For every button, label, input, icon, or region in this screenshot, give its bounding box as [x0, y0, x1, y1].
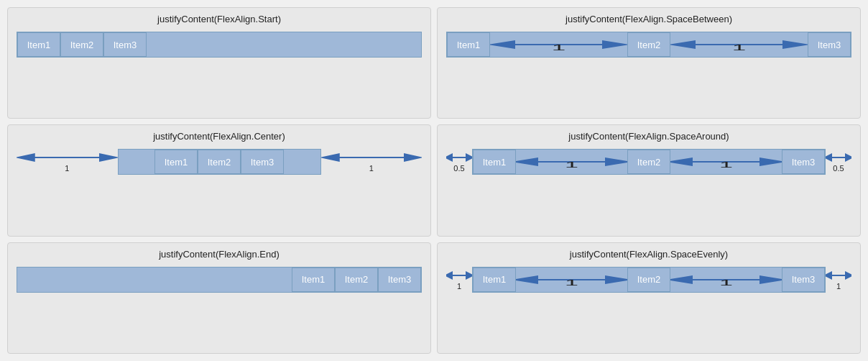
- svg-text:1: 1: [565, 160, 578, 168]
- item-se-2: Item2: [627, 268, 670, 292]
- panel-spaceevenly: justifyContent(FlexAlign.SpaceEvenly) 1 …: [437, 242, 861, 354]
- outer-label-right-se: 1: [836, 282, 841, 291]
- panel-spacebetween: justifyContent(FlexAlign.SpaceBetween) I…: [437, 7, 861, 119]
- item-sa-3: Item3: [782, 150, 825, 174]
- panel-start: justifyContent(FlexAlign.Start) Item1 It…: [7, 7, 431, 119]
- flex-container-spaceevenly: Item1 1 Item2: [472, 267, 826, 293]
- outer-arrow-right-se: 1: [826, 269, 851, 291]
- outer-arrow-right-center: 1: [321, 151, 423, 173]
- svg-text:1: 1: [565, 278, 578, 286]
- item-e-1: Item1: [292, 268, 335, 292]
- panel-center: justifyContent(FlexAlign.Center) 1 Item1…: [7, 124, 431, 236]
- item-sb-1: Item1: [447, 32, 490, 57]
- outer-label-right-sa: 0.5: [833, 164, 844, 173]
- row-2: justifyContent(FlexAlign.Center) 1 Item1…: [7, 124, 861, 236]
- arrow-se-2: 1: [670, 273, 782, 286]
- flex-container-center: Item1 Item2 Item3: [118, 149, 321, 175]
- item-start-3: Item3: [103, 32, 147, 57]
- outer-label-left-sa: 0.5: [453, 164, 464, 173]
- item-se-3: Item3: [782, 268, 825, 292]
- item-sa-1: Item1: [473, 150, 516, 174]
- arrow-sa-1: 1: [516, 155, 627, 168]
- flex-container-spacearound: Item1 1 Item2: [472, 149, 826, 175]
- title-spacearound: justifyContent(FlexAlign.SpaceAround): [446, 131, 851, 142]
- flex-container-start: Item1 Item2 Item3: [17, 32, 422, 58]
- arrow-sa-2: 1: [670, 155, 782, 168]
- item-sb-2: Item2: [627, 32, 670, 57]
- item-c-3: Item3: [241, 150, 284, 174]
- outer-label-left-se: 1: [457, 282, 461, 291]
- title-spaceevenly: justifyContent(FlexAlign.SpaceEvenly): [446, 249, 851, 260]
- item-e-2: Item2: [335, 268, 378, 292]
- item-e-3: Item3: [378, 268, 421, 292]
- title-start: justifyContent(FlexAlign.Start): [17, 14, 422, 24]
- outer-arrow-left-sa: 0.5: [446, 151, 472, 173]
- svg-text:1: 1: [719, 278, 733, 286]
- arrow-se-1: 1: [516, 273, 627, 286]
- flex-container-end: Item1 Item2 Item3: [17, 267, 422, 293]
- outer-arrow-left-center: 1: [17, 151, 118, 173]
- item-c-2: Item2: [198, 150, 241, 174]
- panel-spacearound: justifyContent(FlexAlign.SpaceAround) 0.…: [437, 124, 861, 236]
- svg-text:1: 1: [719, 160, 733, 168]
- title-center: justifyContent(FlexAlign.Center): [17, 131, 422, 142]
- row-1: justifyContent(FlexAlign.Start) Item1 It…: [7, 7, 861, 119]
- arrow-sb-1: 1: [490, 38, 627, 51]
- outer-label-right-center: 1: [369, 164, 374, 173]
- item-start-2: Item2: [60, 32, 103, 57]
- item-sb-3: Item3: [808, 32, 851, 57]
- flex-container-spacebetween: Item1 1 Item2: [446, 32, 851, 58]
- svg-text:1: 1: [732, 43, 746, 51]
- outer-arrow-right-sa: 0.5: [826, 151, 851, 173]
- title-spacebetween: justifyContent(FlexAlign.SpaceBetween): [446, 14, 851, 24]
- arrow-sb-2: 1: [670, 38, 808, 51]
- item-sa-2: Item2: [627, 150, 670, 174]
- row-3: justifyContent(FlexAlign.End) Item1 Item…: [7, 242, 861, 354]
- title-end: justifyContent(FlexAlign.End): [17, 249, 422, 260]
- item-start-1: Item1: [17, 32, 60, 57]
- svg-text:1: 1: [552, 43, 565, 51]
- panel-end: justifyContent(FlexAlign.End) Item1 Item…: [7, 242, 431, 354]
- outer-arrow-left-se: 1: [446, 269, 472, 291]
- item-c-1: Item1: [154, 150, 198, 174]
- outer-label-left-center: 1: [65, 164, 69, 173]
- item-se-1: Item1: [473, 268, 516, 292]
